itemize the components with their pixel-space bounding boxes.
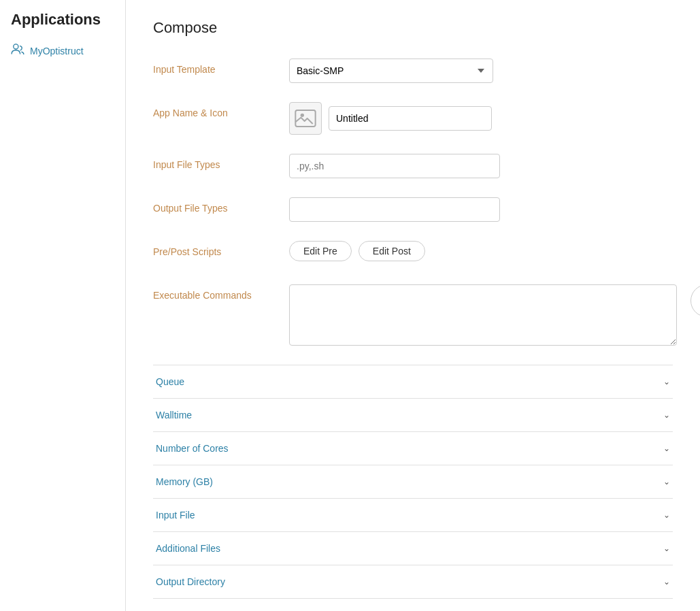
accordion-additional-files-label: Additional Files (156, 543, 220, 554)
pre-post-scripts-label: Pre/Post Scripts (153, 241, 289, 257)
accordion-output-directory-header[interactable]: Output Directory ⌄ (153, 565, 673, 598)
sidebar-item-label: MyOptistruct (30, 46, 84, 56)
edit-pre-button[interactable]: Edit Pre (289, 241, 352, 261)
accordion-num-cores-label: Number of Cores (156, 443, 229, 454)
accordion-input-file: Input File ⌄ (153, 499, 673, 532)
page-title: Compose (153, 19, 673, 37)
input-file-types-row: Input File Types (153, 154, 673, 178)
input-template-select[interactable]: Basic-SMP Advanced Custom (289, 59, 493, 83)
accordion-additional-files-header[interactable]: Additional Files ⌄ (153, 532, 673, 565)
accordion-walltime: Walltime ⌄ (153, 399, 673, 432)
sidebar-item-myoptistruct[interactable]: MyOptistruct (0, 39, 125, 62)
chevron-down-icon: ⌄ (663, 410, 670, 420)
executable-commands-textarea[interactable] (289, 284, 677, 346)
accordion-output-directory: Output Directory ⌄ (153, 565, 673, 599)
output-file-types-control (289, 197, 673, 222)
accordion-memory-label: Memory (GB) (156, 476, 213, 487)
accordion-num-cores-header[interactable]: Number of Cores ⌄ (153, 432, 673, 465)
input-template-row: Input Template Basic-SMP Advanced Custom (153, 59, 673, 83)
executable-commands-label: Executable Commands (153, 284, 289, 301)
accordion-additional-files: Additional Files ⌄ (153, 532, 673, 565)
executable-commands-control: +$ (289, 284, 700, 346)
accordion-input-file-label: Input File (156, 510, 195, 521)
chevron-down-icon: ⌄ (663, 510, 670, 520)
output-file-types-label: Output File Types (153, 197, 289, 214)
chevron-down-icon: ⌄ (663, 577, 670, 587)
users-icon (11, 44, 24, 58)
app-name-input[interactable] (329, 106, 492, 131)
pre-post-scripts-row: Pre/Post Scripts Edit Pre Edit Post (153, 241, 673, 265)
app-name-icon-row: App Name & Icon (153, 102, 673, 135)
main-content: Compose Input Template Basic-SMP Advance… (126, 0, 700, 611)
input-file-types-input[interactable] (289, 154, 500, 178)
output-file-types-input[interactable] (289, 197, 500, 222)
app-name-icon-control (289, 102, 673, 135)
chevron-down-icon: ⌄ (663, 477, 670, 486)
accordion-output-directory-label: Output Directory (156, 576, 225, 587)
input-template-control: Basic-SMP Advanced Custom (289, 59, 673, 83)
chevron-down-icon: ⌄ (663, 444, 670, 453)
accordion-walltime-label: Walltime (156, 410, 192, 420)
accordion-queue-label: Queue (156, 376, 184, 387)
add-variable-button[interactable]: +$ (690, 284, 700, 317)
input-file-types-control (289, 154, 673, 178)
app-icon-placeholder[interactable] (289, 102, 322, 135)
input-template-label: Input Template (153, 59, 289, 75)
edit-post-button[interactable]: Edit Post (359, 241, 425, 261)
input-file-types-label: Input File Types (153, 154, 289, 170)
svg-point-2 (301, 114, 304, 117)
accordion-container: Queue ⌄ Walltime ⌄ Number of Cores ⌄ Mem… (153, 365, 673, 599)
svg-point-0 (14, 44, 18, 49)
sidebar-title: Applications (0, 11, 125, 39)
chevron-down-icon: ⌄ (663, 377, 670, 386)
chevron-down-icon: ⌄ (663, 544, 670, 553)
executable-commands-row: Executable Commands +$ (153, 284, 673, 346)
sidebar: Applications MyOptistruct (0, 0, 126, 611)
accordion-num-cores: Number of Cores ⌄ (153, 432, 673, 465)
accordion-walltime-header[interactable]: Walltime ⌄ (153, 399, 673, 431)
accordion-queue: Queue ⌄ (153, 365, 673, 399)
accordion-memory: Memory (GB) ⌄ (153, 465, 673, 499)
accordion-memory-header[interactable]: Memory (GB) ⌄ (153, 465, 673, 498)
accordion-input-file-header[interactable]: Input File ⌄ (153, 499, 673, 531)
pre-post-scripts-control: Edit Pre Edit Post (289, 241, 673, 261)
accordion-queue-header[interactable]: Queue ⌄ (153, 365, 673, 398)
output-file-types-row: Output File Types (153, 197, 673, 222)
app-name-icon-label: App Name & Icon (153, 102, 289, 118)
